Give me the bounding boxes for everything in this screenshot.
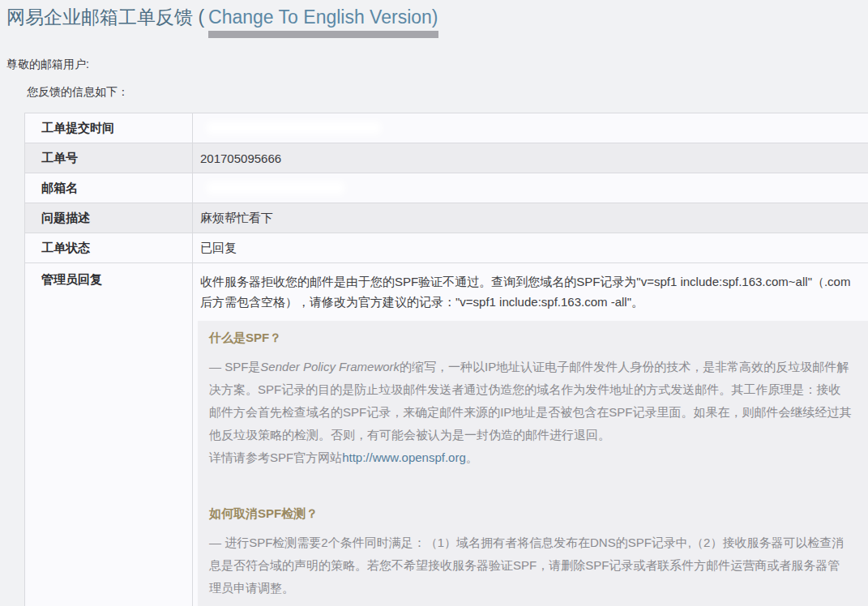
intro-text: 您反馈的信息如下： <box>27 85 868 100</box>
mailbox-name-value <box>193 173 868 203</box>
order-number-label: 工单号 <box>25 143 193 173</box>
faq-heading: 什么是SPF？ <box>209 331 852 346</box>
page-title-chinese: 网易企业邮箱工单反馈 ( <box>6 6 204 28</box>
ticket-status-value: 已回复 <box>193 233 868 263</box>
faq-section-what-is-spf: 什么是SPF？ — SPF是Sender Policy Framework的缩写… <box>209 331 852 469</box>
table-row-order-number: 工单号 201705095666 <box>25 143 868 173</box>
faq-body: — 进行SPF检测需要2个条件同时满足：（1）域名拥有者将信息发布在DNS的SP… <box>209 531 852 600</box>
faq-text: 详情请参考SPF官方网站 <box>209 450 342 464</box>
redacted-blur <box>207 181 344 194</box>
faq-text: — SPF是 <box>209 360 260 373</box>
ticket-info-table: 工单提交时间 工单号 201705095666 邮箱名 问题描述 麻烦帮忙看下 <box>24 113 868 606</box>
submit-time-label: 工单提交时间 <box>25 113 193 143</box>
faq-text: 。 <box>466 450 478 464</box>
faq-body: — SPF是Sender Policy Framework的缩写，一种以IP地址… <box>209 356 852 469</box>
ticket-status-label: 工单状态 <box>25 233 193 263</box>
problem-description-value: 麻烦帮忙看下 <box>193 203 868 233</box>
faq-heading: 如何取消SPF检测？ <box>209 506 852 522</box>
admin-reply-label: 管理员回复 <box>25 263 193 606</box>
change-to-english-link[interactable]: Change To English Version) <box>208 5 438 38</box>
faq-text-italic: Sender Policy Framework <box>260 360 400 373</box>
spf-faq-block: 什么是SPF？ — SPF是Sender Policy Framework的缩写… <box>198 321 868 606</box>
problem-description-label: 问题描述 <box>25 203 193 233</box>
admin-reply-content: 收件服务器拒收您的邮件是由于您的SPF验证不通过。查询到您域名的SPF记录为"v… <box>193 263 868 606</box>
mailbox-name-label: 邮箱名 <box>25 173 193 203</box>
ticket-feedback-page: 网易企业邮箱工单反馈 (Change To English Version) 尊… <box>0 0 868 606</box>
table-row-mailbox-name: 邮箱名 <box>25 173 868 203</box>
openspf-link[interactable]: http://www.openspf.org <box>342 450 466 464</box>
faq-section-cancel-spf-check: 如何取消SPF检测？ — 进行SPF检测需要2个条件同时满足：（1）域名拥有者将… <box>209 506 852 600</box>
admin-reply-intro: 收件服务器拒收您的邮件是由于您的SPF验证不通过。查询到您域名的SPF记录为"v… <box>200 271 862 312</box>
table-row-problem-description: 问题描述 麻烦帮忙看下 <box>25 203 868 233</box>
table-row-admin-reply: 管理员回复 收件服务器拒收您的邮件是由于您的SPF验证不通过。查询到您域名的SP… <box>25 263 868 606</box>
greeting-text: 尊敬的邮箱用户: <box>6 58 868 72</box>
table-row-submit-time: 工单提交时间 <box>25 113 868 143</box>
order-number-value: 201705095666 <box>193 143 868 173</box>
redacted-blur <box>207 122 381 134</box>
page-title: 网易企业邮箱工单反馈 (Change To English Version) <box>6 5 868 38</box>
table-row-ticket-status: 工单状态 已回复 <box>25 233 868 263</box>
submit-time-value <box>193 113 868 143</box>
